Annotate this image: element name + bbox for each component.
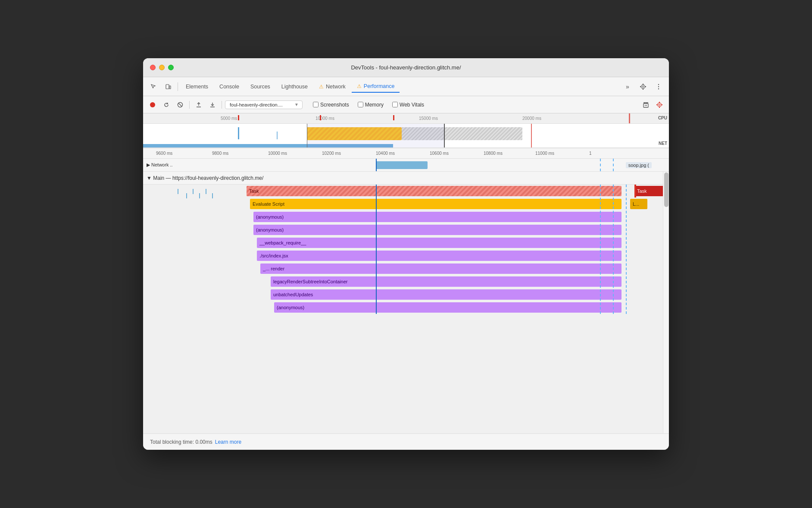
- flame-dashed-1: [600, 185, 601, 314]
- webpack-row: __webpack_require__: [143, 236, 663, 249]
- tab-network[interactable]: ⚠ Network: [314, 81, 351, 92]
- timeline-area: 5000 ms 10000 ms 15000 ms 20000 ms CPU: [143, 113, 669, 148]
- evaluate-row: Evaluate Script L...: [143, 198, 663, 210]
- clear-button[interactable]: [174, 99, 186, 111]
- zoom-tick-10800: 10800 ms: [484, 151, 503, 156]
- marker-vline: [531, 124, 532, 147]
- evaluate-bar-right[interactable]: L...: [630, 199, 647, 209]
- settings-gear-button[interactable]: [653, 99, 665, 111]
- svg-line-7: [178, 103, 182, 107]
- svg-point-2: [658, 84, 659, 85]
- legacy-row: legacyRenderSubtreeIntoContainer: [143, 275, 663, 288]
- webpack-bar[interactable]: __webpack_require__: [257, 238, 621, 248]
- anon-row-1: (anonymous): [143, 210, 663, 223]
- download-button[interactable]: [206, 99, 219, 111]
- task-bar-right[interactable]: Task: [634, 186, 663, 196]
- tab-lighthouse[interactable]: Lighthouse: [276, 81, 313, 92]
- flame-chart-container: ▼ Main — https://foul-heavenly-direction…: [143, 172, 663, 433]
- zoom-tick-10600: 10600 ms: [430, 151, 449, 156]
- src-bar[interactable]: ./src/index.jsx: [257, 251, 621, 261]
- flame-rows-container: Task Task Evaluate Script L...: [143, 185, 663, 314]
- dashed-line-2: [613, 159, 614, 171]
- memory-checkbox[interactable]: [358, 102, 363, 107]
- network-bar: [376, 161, 428, 169]
- settings-button[interactable]: [636, 80, 650, 94]
- network-label: ▶ Network ..: [147, 162, 173, 168]
- tick-20000: 20000 ms: [522, 116, 541, 121]
- reload-record-button[interactable]: [160, 99, 172, 111]
- web-vitals-checkbox[interactable]: [392, 102, 398, 107]
- unbatched-bar[interactable]: unbatchedUpdates: [271, 289, 621, 300]
- zoom-tick-10000: 10000 ms: [268, 151, 287, 156]
- zoom-tick-9600: 9600 ms: [156, 151, 172, 156]
- web-vitals-checkbox-group[interactable]: Web Vitals: [392, 102, 424, 108]
- task-bar[interactable]: Task: [247, 186, 621, 196]
- flame-dashed-2: [613, 185, 614, 314]
- delete-recording-button[interactable]: [640, 99, 652, 111]
- network-section-row: ▶ Network .. soop.jpg (: [143, 159, 669, 172]
- soop-label: soop.jpg (: [626, 162, 652, 168]
- record-button[interactable]: [147, 99, 159, 111]
- performance-toolbar: foul-heavenly-direction.... ▼ Screenshot…: [143, 96, 669, 113]
- inspect-element-button[interactable]: [147, 80, 160, 94]
- tab-elements[interactable]: Elements: [181, 81, 213, 92]
- more-tabs-button[interactable]: »: [621, 80, 634, 94]
- tab-performance[interactable]: ⚠ Performance: [352, 81, 400, 93]
- zoom-tick-9800: 9800 ms: [212, 151, 228, 156]
- svg-point-3: [658, 86, 659, 87]
- toolbar-separator-2: [222, 101, 222, 109]
- url-dropdown[interactable]: foul-heavenly-direction.... ▼: [225, 100, 303, 109]
- window-title: DevTools - foul-heavenly-direction.glitc…: [351, 64, 461, 71]
- anon-row-3: (anonymous): [143, 301, 663, 314]
- cpu-bar-2: [277, 132, 278, 139]
- memory-checkbox-group[interactable]: Memory: [358, 102, 384, 108]
- tab-separator: [178, 82, 178, 91]
- more-options-button[interactable]: [652, 80, 665, 94]
- tabbar: Elements Console Sources Lighthouse ⚠ Ne…: [143, 77, 669, 96]
- marker-3: [393, 115, 394, 120]
- flame-dashed-3: [626, 185, 627, 314]
- maximize-button[interactable]: [168, 65, 174, 70]
- tick-5000: 5000 ms: [221, 116, 237, 121]
- upload-button[interactable]: [193, 99, 205, 111]
- evaluate-bar[interactable]: Evaluate Script: [250, 199, 621, 209]
- blocking-time-text: Total blocking time: 0.00ms: [150, 439, 212, 445]
- timeline-ruler: 5000 ms 10000 ms 15000 ms 20000 ms CPU: [143, 113, 669, 124]
- svg-point-5: [150, 102, 155, 107]
- src-row: ./src/index.jsx: [143, 249, 663, 262]
- task-marker: [634, 185, 636, 198]
- zoom-tick-10200: 10200 ms: [322, 151, 341, 156]
- flame-chart-area: ▼ Main — https://foul-heavenly-direction…: [143, 172, 669, 433]
- net-label: NET: [659, 141, 667, 146]
- zoom-tick-10400: 10400 ms: [376, 151, 395, 156]
- tick-15000: 15000 ms: [419, 116, 438, 121]
- scrollbar[interactable]: [663, 172, 669, 433]
- zoom-tick-11000: 11000 ms: [535, 151, 554, 156]
- traffic-lights: [150, 65, 174, 70]
- screenshots-checkbox-group[interactable]: Screenshots: [313, 102, 349, 108]
- flame-cursor-line: [376, 185, 377, 314]
- main-section-header: ▼ Main — https://foul-heavenly-direction…: [143, 172, 663, 185]
- anon-bar-1[interactable]: (anonymous): [253, 212, 621, 222]
- tab-right-icons: »: [621, 80, 665, 94]
- task-row: Task Task: [143, 185, 663, 198]
- learn-more-link[interactable]: Learn more: [215, 439, 241, 445]
- cpu-label: CPU: [658, 116, 667, 120]
- render-bar[interactable]: _... render: [260, 263, 621, 274]
- anon-bar-2[interactable]: (anonymous): [253, 225, 621, 235]
- legacy-bar[interactable]: legacyRenderSubtreeIntoContainer: [271, 276, 621, 287]
- minimize-button[interactable]: [159, 65, 165, 70]
- scrollbar-thumb[interactable]: [664, 172, 668, 207]
- tick-10000: 10000 ms: [315, 116, 334, 121]
- statusbar: Total blocking time: 0.00ms Learn more: [143, 433, 669, 450]
- close-button[interactable]: [150, 65, 156, 70]
- device-toolbar-button[interactable]: [161, 80, 175, 94]
- tab-console[interactable]: Console: [214, 81, 244, 92]
- anon-bar-3[interactable]: (anonymous): [274, 302, 621, 313]
- zoom-ruler: 9600 ms 9800 ms 10000 ms 10200 ms 10400 …: [143, 148, 669, 159]
- network-warn-icon: ⚠: [319, 84, 324, 90]
- svg-point-4: [658, 88, 659, 89]
- tab-sources[interactable]: Sources: [245, 81, 275, 92]
- devtools-window: DevTools - foul-heavenly-direction.glitc…: [143, 58, 669, 450]
- screenshots-checkbox[interactable]: [313, 102, 319, 107]
